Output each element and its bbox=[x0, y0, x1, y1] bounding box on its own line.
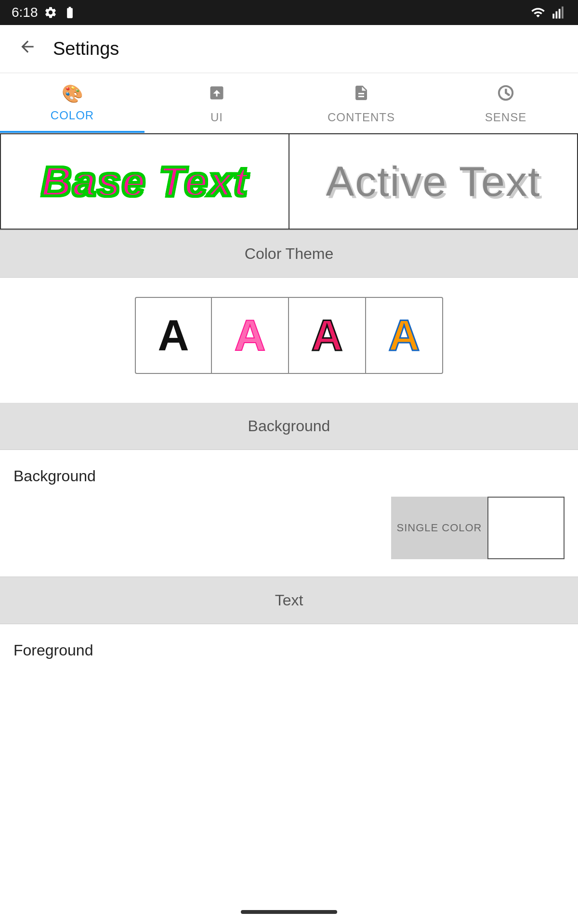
gear-icon bbox=[44, 6, 57, 19]
foreground-label: Foreground bbox=[13, 642, 93, 659]
battery-icon bbox=[63, 6, 77, 19]
base-text-preview: Base Text bbox=[41, 157, 249, 206]
svg-rect-0 bbox=[552, 14, 554, 19]
background-row-label: Background bbox=[13, 467, 565, 485]
color-option-pink[interactable]: A bbox=[212, 297, 289, 374]
letter-a-red-outline: A bbox=[312, 311, 343, 360]
clock-icon bbox=[497, 84, 514, 106]
color-theme-options: A A A A bbox=[0, 278, 578, 393]
color-option-black[interactable]: A bbox=[135, 297, 212, 374]
text-header: Text bbox=[0, 577, 578, 624]
top-bar: Settings bbox=[0, 25, 578, 73]
letter-a-pink: A bbox=[235, 311, 266, 360]
background-row: Background SINGLE COLOR bbox=[0, 450, 578, 577]
letter-a-orange-blue: A bbox=[389, 311, 420, 360]
document-icon bbox=[353, 84, 370, 106]
download-icon bbox=[208, 84, 225, 106]
palette-icon: 🎨 bbox=[62, 84, 83, 104]
letter-a-black: A bbox=[158, 311, 189, 360]
background-white-button[interactable] bbox=[487, 497, 565, 559]
active-text-preview: Active Text bbox=[326, 157, 541, 206]
color-option-red-outline[interactable]: A bbox=[289, 297, 366, 374]
preview-section: Base Text Active Text bbox=[0, 133, 578, 231]
svg-rect-2 bbox=[559, 9, 561, 19]
tabs-container: 🎨 COLOR UI CONTENTS SENSE bbox=[0, 73, 578, 133]
color-theme-header: Color Theme bbox=[0, 231, 578, 277]
status-time: 6:18 bbox=[12, 5, 38, 20]
svg-rect-3 bbox=[562, 7, 564, 19]
wifi-icon bbox=[531, 5, 545, 20]
tab-ui-label: UI bbox=[210, 111, 223, 124]
signal-icon bbox=[552, 5, 566, 20]
svg-rect-1 bbox=[556, 12, 558, 19]
bottom-nav bbox=[0, 900, 578, 924]
background-header: Background bbox=[0, 403, 578, 449]
background-single-color-button[interactable]: SINGLE COLOR bbox=[391, 497, 487, 559]
status-bar-left: 6:18 bbox=[12, 5, 77, 20]
tab-contents-label: CONTENTS bbox=[328, 111, 395, 124]
status-bar-right bbox=[531, 5, 566, 20]
background-options: SINGLE COLOR bbox=[13, 497, 565, 559]
tab-sense-label: SENSE bbox=[485, 111, 526, 124]
tab-contents[interactable]: CONTENTS bbox=[289, 73, 434, 133]
preview-base[interactable]: Base Text bbox=[0, 133, 289, 230]
tab-color-label: COLOR bbox=[51, 109, 94, 122]
color-option-orange-blue[interactable]: A bbox=[366, 297, 443, 374]
tab-sense[interactable]: SENSE bbox=[434, 73, 578, 133]
page-title: Settings bbox=[53, 38, 119, 59]
background-single-color-label: SINGLE COLOR bbox=[396, 522, 482, 534]
status-bar: 6:18 bbox=[0, 0, 578, 25]
bottom-nav-pill bbox=[241, 910, 337, 914]
preview-active[interactable]: Active Text bbox=[289, 133, 578, 230]
foreground-row: Foreground bbox=[0, 624, 578, 669]
back-button[interactable] bbox=[13, 38, 41, 60]
tab-color[interactable]: 🎨 COLOR bbox=[0, 73, 144, 133]
tab-ui[interactable]: UI bbox=[144, 73, 289, 133]
